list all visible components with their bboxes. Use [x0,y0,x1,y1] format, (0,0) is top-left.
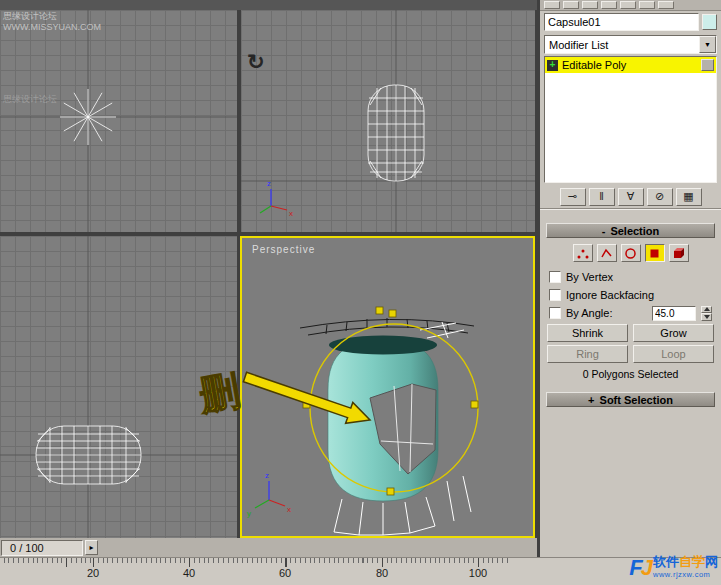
axis-y-label: y [247,509,251,518]
subobject-border-button[interactable] [621,244,641,262]
rollout-title: Selection [610,225,659,237]
remove-modifier-icon: ⊘ [655,190,664,202]
expand-icon: + [588,394,594,406]
by-angle-checkbox[interactable] [549,307,561,319]
polygon-icon [648,247,661,260]
tick-label: 80 [370,567,394,579]
expand-plus-icon[interactable]: + [547,60,558,71]
tick-label: 20 [81,567,105,579]
watermark: 思缘设计论坛 WWW.MISSYUAN.COM [3,11,101,33]
configure-modifier-sets-button[interactable]: ▦ [676,188,702,206]
border-icon [624,247,637,260]
modifier-stack-toolbar: ⊸ ‖ ∀ ⊘ ▦ [540,185,721,209]
axis-tripod [260,189,287,213]
command-panel: Modifier List ▼ + Editable Poly ⊸ ‖ ∀ ⊘ … [540,0,721,557]
viewport-left[interactable] [0,236,237,538]
capsule-open-top [329,336,437,355]
3dsmax-window: 思缘设计论坛 WWW.MISSYUAN.COM 思缘设计论坛 [0,0,721,585]
grow-button[interactable]: Grow [633,324,714,342]
tick-label: 100 [466,567,490,579]
site-logo: FJ 软件自学网 www.rjzxw.com [629,552,718,583]
collapse-icon: - [602,225,606,237]
capsule-top-wireframe [60,89,116,145]
angle-value-field[interactable] [652,306,696,321]
selection-status: 0 Polygons Selected [540,368,721,380]
editable-poly-label: Editable Poly [562,59,697,71]
stack-row-toggle-icon[interactable] [701,59,714,71]
element-icon [672,247,685,260]
modifier-list-dropdown[interactable]: Modifier List ▼ [544,35,717,54]
selection-rollout: - Selection [540,223,721,380]
logo-mark-icon: FJ [629,555,651,581]
ring-button[interactable]: Ring [547,345,628,363]
next-frame-button[interactable]: ▸ [85,540,98,555]
by-angle-label: By Angle: [566,307,612,319]
top-grid-lattice [300,318,474,335]
by-vertex-checkbox[interactable] [549,271,561,283]
viewport-perspective[interactable]: z x y Perspective [240,236,535,538]
axis-z-label: z [267,179,271,188]
subobject-element-button[interactable] [669,244,689,262]
subobject-mode-row [540,238,721,266]
subobject-vertex-button[interactable] [573,244,593,262]
dropdown-arrow-icon[interactable]: ▼ [699,36,716,53]
toolbar-clipped [0,0,537,10]
soft-selection-rollout-header[interactable]: + Soft Selection [546,392,715,407]
edge-icon [600,247,613,260]
vertex-icon [576,247,589,260]
axis-z-label: z [265,471,269,480]
frame-indicator-field[interactable]: 0 / 100 [1,540,83,556]
axis-x-label: x [289,209,293,218]
make-unique-icon: ∀ [627,190,635,202]
axis-tripod [255,481,285,508]
command-panel-tabs-clipped[interactable] [540,0,721,11]
modifier-stack-list[interactable]: + Editable Poly [544,56,717,183]
tick-label: 40 [177,567,201,579]
make-unique-button[interactable]: ∀ [618,188,644,206]
tick-label: 60 [273,567,297,579]
loop-button[interactable]: Loop [633,345,714,363]
left-view-wireframe [0,236,237,538]
ignore-backfacing-checkbox[interactable] [549,289,561,301]
capsule-front-wireframe [368,85,424,181]
watermark: 思缘设计论坛 [3,94,57,105]
rotate-arrow-icon: ↻ [247,50,265,74]
configure-modifier-sets-icon: ▦ [683,190,693,202]
axis-x-label: x [287,505,291,514]
viewport-top[interactable]: 思缘设计论坛 WWW.MISSYUAN.COM 思缘设计论坛 [0,10,237,232]
track-bar: 0 / 100 ▸ [0,538,537,557]
by-vertex-label: By Vertex [566,271,613,283]
pin-stack-button[interactable]: ⊸ [560,188,586,206]
modifier-stack-row[interactable]: + Editable Poly [545,57,716,73]
front-view-wireframe: z x [241,10,535,232]
show-end-result-button[interactable]: ‖ [589,188,615,206]
ignore-backfacing-label: Ignore Backfacing [566,289,654,301]
shrink-button[interactable]: Shrink [547,324,628,342]
subobject-polygon-button[interactable] [645,244,665,262]
viewport-label: Perspective [252,244,315,255]
timeline-ruler[interactable]: 20 40 60 80 100 [0,557,721,585]
logo-url: www.rjzxw.com [653,568,718,581]
object-name-field[interactable] [544,13,699,31]
rollout-title: Soft Selection [600,394,673,406]
major-ticks [0,558,508,567]
spinner-up-icon[interactable] [701,306,712,314]
viewport-front[interactable]: z x ↻ [241,10,535,232]
pin-stack-icon: ⊸ [568,190,577,202]
remove-modifier-button[interactable]: ⊘ [647,188,673,206]
spinner-down-icon[interactable] [701,313,712,321]
top-view-wireframe [0,10,237,232]
object-color-swatch[interactable] [702,14,717,30]
perspective-scene: z x y [242,238,533,536]
modifier-list-label: Modifier List [545,39,699,51]
show-end-result-icon: ‖ [599,190,604,202]
logo-text: 软件自学网 [653,555,718,568]
selection-rollout-header[interactable]: - Selection [546,223,715,238]
subobject-edge-button[interactable] [597,244,617,262]
angle-spinner [701,306,712,321]
